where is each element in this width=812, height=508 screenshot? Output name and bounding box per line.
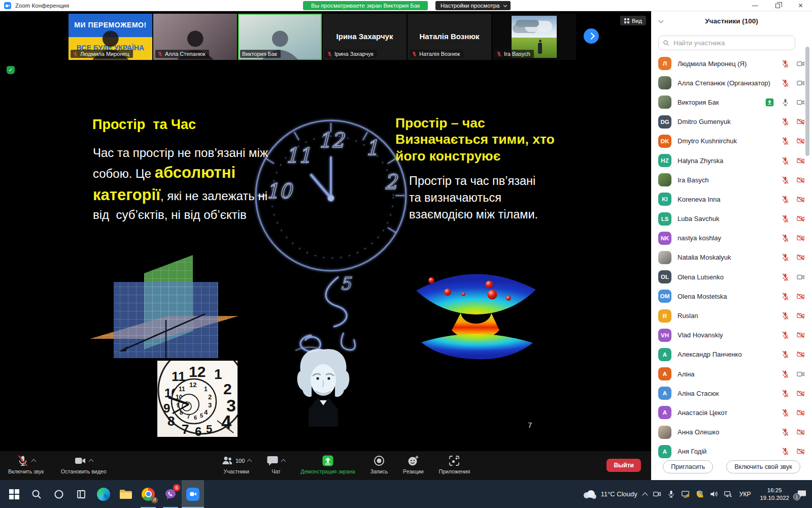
camera-status-icon[interactable] [796,350,805,359]
participant-row[interactable]: OL Olena Lutsenko [651,267,812,287]
toolbar-button[interactable]: Включить звук [8,451,44,480]
toolbar-button[interactable]: Реакции [403,451,424,480]
video-tile[interactable]: Ira Basych [492,14,576,60]
participant-row[interactable]: DK Dmytro Kushnirchuk [651,132,812,151]
mic-status-icon[interactable] [781,311,790,320]
tray-network-icon[interactable] [724,490,732,498]
camera-status-icon[interactable] [796,273,805,281]
weather-text[interactable]: 11°C Cloudy [601,490,637,498]
mic-status-icon[interactable] [781,79,790,87]
participant-row[interactable]: А Анастасія Цекот [651,403,812,422]
restore-button[interactable] [766,0,789,11]
mic-status-icon[interactable] [781,408,790,417]
participant-row[interactable]: Виктория Бак [651,92,812,112]
leave-meeting-button[interactable]: Выйти [606,459,641,472]
mic-status-icon[interactable] [781,331,790,339]
camera-status-icon[interactable] [796,331,805,339]
mic-status-icon[interactable] [781,428,790,436]
tray-defender-icon[interactable]: ! [695,490,704,498]
video-tile[interactable]: Виктория Бак [238,14,322,60]
camera-status-icon[interactable] [796,156,805,165]
mic-status-icon[interactable] [781,156,790,165]
camera-status-icon[interactable] [796,137,805,145]
camera-status-icon[interactable] [796,311,805,320]
camera-status-icon[interactable] [796,253,805,262]
camera-status-icon[interactable] [796,59,805,68]
edge-browser-icon[interactable] [92,480,115,508]
action-center-icon[interactable]: 1 [797,490,807,498]
minimize-button[interactable]: — [743,0,766,11]
unmute-self-button[interactable]: Включить свой звук [726,460,800,473]
video-tile[interactable]: МИ ПЕРЕМОЖЕМО! ВСЕ БУДЕ УКРАЇНА Людмила … [69,14,152,60]
camera-status-icon[interactable] [796,98,805,107]
participant-row[interactable]: VH Vlad Hovanskiy [651,326,812,345]
mic-status-icon[interactable] [781,117,790,126]
tray-mic-icon[interactable] [667,490,675,498]
caret-up-icon[interactable] [89,459,94,464]
camera-status-icon[interactable] [796,370,805,378]
camera-status-icon[interactable] [796,195,805,204]
zoom-taskbar-icon[interactable] [182,480,204,508]
mic-status-icon[interactable] [781,253,790,262]
caret-up-icon[interactable] [281,459,286,464]
toolbar-button[interactable]: Остановить видео [61,451,106,480]
participant-row[interactable]: OM Olena Mostetska [651,287,812,306]
participant-row[interactable]: А Александр Панченко [651,345,812,364]
toolbar-button[interactable]: Приложения [439,451,470,480]
video-tile[interactable]: Ірина Захарчук Ірина Захарчук [323,14,407,60]
participant-row[interactable]: А Аліна Стасюк [651,384,812,403]
panel-scrollbar[interactable] [805,47,809,156]
mic-status-icon[interactable] [781,59,790,68]
participant-row[interactable]: А Аня Годій [651,442,812,461]
start-button[interactable] [3,480,25,508]
camera-status-icon[interactable] [796,428,805,436]
viber-icon[interactable]: 6 [159,480,182,508]
video-tile[interactable]: Наталія Вознюк Наталія Вознюк [408,14,491,60]
caret-up-icon[interactable] [247,459,252,464]
mic-status-icon[interactable] [781,389,790,398]
file-explorer-icon[interactable] [115,480,137,508]
camera-status-icon[interactable] [796,408,805,417]
chrome-browser-icon[interactable]: Л [137,480,159,508]
participant-row[interactable]: Анна Олешко [651,423,812,442]
toolbar-button[interactable]: 100 Участники [221,451,251,480]
taskbar-search-button[interactable] [25,480,48,508]
participant-row[interactable]: DG Dmitro Gumenyuk [651,112,812,132]
view-button[interactable]: Вид [620,16,646,25]
mic-status-icon[interactable] [781,273,790,281]
mic-status-icon[interactable] [781,292,790,301]
language-indicator[interactable]: УКР [738,491,753,498]
taskbar-clock[interactable]: 16:25 19.10.2022 [758,487,791,502]
participant-row[interactable]: HZ Halyna Zhyrska [651,151,812,170]
camera-status-icon[interactable] [796,234,805,242]
toolbar-button[interactable]: Запись [370,451,388,480]
tray-camera-icon[interactable] [653,490,661,498]
participant-row[interactable]: R Ruslan [651,306,812,325]
mic-status-icon[interactable] [781,214,790,223]
video-tile[interactable]: Алла Степанюк [153,14,237,60]
participant-row[interactable]: Ira Basych [651,170,812,189]
mic-status-icon[interactable] [781,370,790,378]
invite-button[interactable]: Пригласить [663,460,713,473]
participant-row[interactable]: NK nastya koshlay [651,229,812,248]
participant-row[interactable]: KI Koreneva Inna [651,189,812,209]
camera-status-icon[interactable] [796,117,805,126]
participant-row[interactable]: Л Людмила Миронец (Я) [651,54,812,73]
close-button[interactable]: ✕ [789,0,812,11]
camera-status-icon[interactable] [796,389,805,398]
mic-status-icon[interactable] [781,234,790,242]
mic-status-icon[interactable] [781,176,790,184]
mic-status-icon[interactable] [781,137,790,145]
mic-status-icon[interactable] [781,98,790,107]
mic-status-icon[interactable] [781,447,790,456]
cortana-button[interactable] [48,480,70,508]
camera-status-icon[interactable] [796,447,805,456]
camera-status-icon[interactable] [796,214,805,223]
caret-up-icon[interactable] [31,459,36,464]
participant-row[interactable]: А Аліна [651,364,812,384]
tray-expand-chevron[interactable] [642,492,648,498]
tray-screen-share-icon[interactable] [681,490,690,498]
participant-row[interactable]: LS Luba Savchuk [651,209,812,229]
participant-row[interactable]: Natalia Moskalyuk [651,248,812,267]
toolbar-button[interactable]: Чат [266,451,285,480]
